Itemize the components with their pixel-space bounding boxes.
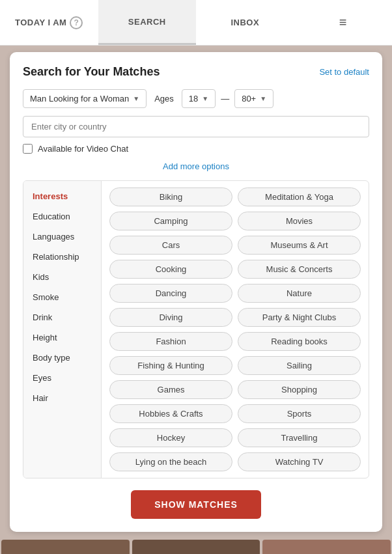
video-chat-label: Available for Video Chat [38, 144, 128, 154]
interest-tag-diving[interactable]: Diving [109, 308, 232, 327]
age-to-dropdown[interactable]: 80+ ▼ [234, 89, 273, 108]
age-range-dash: — [221, 94, 229, 104]
sidebar-item-drink[interactable]: Drink [23, 307, 101, 327]
thumbnail-2 [132, 540, 260, 554]
thumbnail-1 [1, 540, 130, 554]
interest-tag-nature[interactable]: Nature [238, 284, 361, 303]
interest-tag-sports[interactable]: Sports [238, 404, 361, 423]
video-chat-checkbox[interactable] [23, 144, 33, 154]
chevron-down-icon-to: ▼ [260, 95, 266, 102]
interest-tag-camping[interactable]: Camping [109, 212, 232, 230]
hamburger-icon: ≡ [339, 15, 347, 30]
add-more-options-link[interactable]: Add more options [23, 161, 369, 171]
interests-container: InterestsEducationLanguagesRelationshipK… [23, 180, 369, 478]
interest-tag-meditation---yoga[interactable]: Meditation & Yoga [238, 187, 361, 206]
interest-tag-cars[interactable]: Cars [109, 236, 232, 255]
chevron-down-icon-from: ▼ [202, 95, 208, 102]
interest-tag-hobbies---crafts[interactable]: Hobbies & Crafts [109, 404, 232, 423]
interest-tag-watching-tv[interactable]: Watching TV [238, 452, 361, 471]
card-header: Search for Your Matches Set to default [23, 65, 369, 79]
chevron-down-icon: ▼ [133, 95, 139, 102]
page-title: Search for Your Matches [23, 65, 160, 79]
interest-tag-cooking[interactable]: Cooking [109, 260, 232, 279]
show-matches-button[interactable]: SHOW MATCHES [131, 490, 261, 519]
sidebar-item-education[interactable]: Education [23, 206, 101, 227]
sidebar-item-kids[interactable]: Kids [23, 267, 101, 287]
sidebar-item-interests[interactable]: Interests [23, 186, 101, 206]
sidebar-item-relationship[interactable]: Relationship [23, 247, 101, 267]
sidebar-item-smoke[interactable]: Smoke [23, 287, 101, 307]
nav-inbox[interactable]: INBOX [196, 0, 294, 45]
looking-for-dropdown[interactable]: Man Looking for a Woman ▼ [23, 89, 147, 108]
interest-tag-shopping[interactable]: Shopping [238, 380, 361, 399]
interest-tag-sailing[interactable]: Sailing [238, 356, 361, 375]
thumbnail-3 [262, 540, 391, 554]
age-from-dropdown[interactable]: 18 ▼ [182, 89, 216, 108]
interest-tag-dancing[interactable]: Dancing [109, 284, 232, 303]
sidebar-item-body-type[interactable]: Body type [23, 348, 101, 368]
set-default-link[interactable]: Set to default [319, 67, 369, 77]
sidebar-item-languages[interactable]: Languages [23, 227, 101, 247]
help-icon[interactable]: ? [70, 16, 83, 29]
interest-tag-movies[interactable]: Movies [238, 212, 361, 230]
interests-sidebar: InterestsEducationLanguagesRelationshipK… [23, 181, 102, 478]
background-thumbnails [0, 538, 392, 554]
sidebar-item-hair[interactable]: Hair [23, 388, 101, 408]
interest-tag-biking[interactable]: Biking [109, 187, 232, 206]
interest-tag-fishing---hunting[interactable]: Fishing & Hunting [109, 356, 232, 375]
interest-tag-travelling[interactable]: Travelling [238, 428, 361, 447]
interest-tag-lying-on-the-beach[interactable]: Lying on the beach [109, 452, 232, 471]
video-chat-row: Available for Video Chat [23, 144, 369, 154]
search-card: Search for Your Matches Set to default M… [10, 52, 382, 532]
interest-tag-party---night-clubs[interactable]: Party & Night Clubs [238, 308, 361, 327]
filters-row: Man Looking for a Woman ▼ Ages 18 ▼ — 80… [23, 89, 369, 108]
nav-hamburger-menu[interactable]: ≡ [294, 0, 393, 45]
city-input[interactable] [23, 116, 369, 137]
interest-tag-music---concerts[interactable]: Music & Concerts [238, 260, 361, 279]
interest-tag-games[interactable]: Games [109, 380, 232, 399]
sidebar-item-eyes[interactable]: Eyes [23, 368, 101, 388]
interest-tag-fashion[interactable]: Fashion [109, 332, 232, 351]
sidebar-item-height[interactable]: Height [23, 327, 101, 348]
interests-grid: BikingMeditation & YogaCampingMoviesCars… [102, 181, 369, 478]
top-navigation: TODAY I AM ? SEARCH INBOX ≡ [0, 0, 392, 46]
interest-tag-museums---art[interactable]: Museums & Art [238, 236, 361, 255]
interest-tag-reading-books[interactable]: Reading books [238, 332, 361, 351]
nav-search[interactable]: SEARCH [98, 0, 197, 45]
nav-today-i-am[interactable]: TODAY I AM ? [0, 0, 98, 45]
ages-label: Ages [154, 94, 174, 104]
interest-tag-hockey[interactable]: Hockey [109, 428, 232, 447]
